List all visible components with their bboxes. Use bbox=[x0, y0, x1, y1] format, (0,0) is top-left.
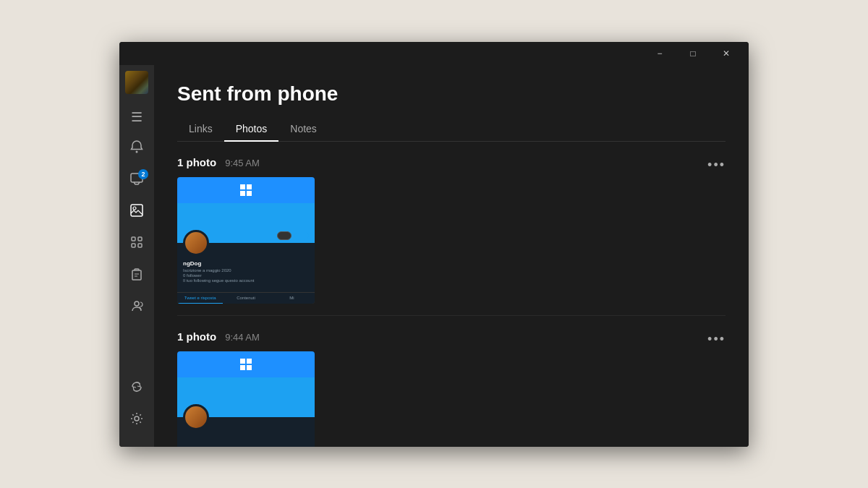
avatar-image bbox=[125, 71, 148, 94]
app-window: − □ ✕ ☰ bbox=[119, 42, 749, 447]
svg-rect-6 bbox=[132, 244, 135, 247]
windows-logo-icon-2 bbox=[240, 359, 252, 370]
svg-rect-5 bbox=[138, 237, 142, 241]
more-options-btn-2[interactable]: ••• bbox=[707, 332, 726, 347]
svg-rect-7 bbox=[138, 244, 142, 247]
svg-point-0 bbox=[136, 151, 138, 153]
sidebar-item-device[interactable] bbox=[122, 262, 151, 291]
twitter-tab-contenuti: Contenuti bbox=[223, 293, 268, 304]
svg-rect-4 bbox=[132, 237, 135, 241]
svg-rect-16 bbox=[247, 359, 252, 364]
twitter-btn-1 bbox=[277, 231, 292, 240]
photo-group-header-1: 1 photo 9:45 AM bbox=[177, 156, 726, 168]
twitter-header bbox=[177, 203, 315, 243]
sidebar-bottom bbox=[122, 374, 151, 441]
app-body: ☰ bbox=[119, 65, 749, 447]
photo-group-1: 1 photo 9:45 AM ••• bbox=[154, 142, 749, 315]
minimize-button[interactable]: − bbox=[643, 42, 676, 65]
contacts-icon bbox=[129, 299, 144, 317]
svg-rect-13 bbox=[240, 191, 245, 196]
photo-count-2: 1 photo bbox=[177, 330, 216, 343]
windows-logo-icon bbox=[240, 184, 252, 196]
svg-rect-12 bbox=[247, 184, 252, 189]
svg-rect-14 bbox=[247, 191, 252, 196]
apps-icon bbox=[129, 235, 144, 253]
more-options-btn-1[interactable]: ••• bbox=[707, 158, 726, 173]
svg-rect-11 bbox=[240, 184, 245, 189]
tab-notes[interactable]: Notes bbox=[278, 117, 328, 142]
screenshot-topbar-2 bbox=[177, 351, 315, 377]
twitter-avatar-2 bbox=[183, 404, 209, 430]
sidebar-item-messages[interactable]: 2 bbox=[122, 166, 151, 195]
maximize-button[interactable]: □ bbox=[676, 42, 710, 65]
avatar[interactable] bbox=[125, 71, 148, 94]
svg-rect-17 bbox=[240, 365, 245, 370]
twitter-tab-tweets: Tweet e risposta bbox=[177, 293, 223, 304]
sidebar-item-settings[interactable] bbox=[122, 406, 151, 435]
photo-count-1: 1 photo bbox=[177, 156, 216, 168]
photo-time-2: 9:44 AM bbox=[225, 332, 260, 343]
page-title: Sent from phone bbox=[177, 82, 726, 106]
sidebar-item-notifications[interactable] bbox=[122, 134, 151, 163]
sync-icon bbox=[129, 380, 144, 398]
main-content: Sent from phone Links Photos Notes 1 pho… bbox=[154, 65, 749, 447]
twitter-btn-2 bbox=[294, 231, 309, 240]
title-bar: − □ ✕ bbox=[119, 42, 749, 65]
photo-group-2: 1 photo 9:44 AM ••• bbox=[154, 316, 749, 447]
twitter-following-note: Il tuo following segue questo account bbox=[183, 278, 309, 283]
svg-point-9 bbox=[135, 301, 139, 306]
message-badge: 2 bbox=[138, 169, 148, 179]
twitter-buttons bbox=[277, 231, 309, 240]
twitter-header-2 bbox=[177, 377, 315, 417]
sidebar-item-menu[interactable]: ☰ bbox=[122, 103, 151, 132]
svg-rect-15 bbox=[240, 359, 245, 364]
page-header: Sent from phone Links Photos Notes bbox=[154, 65, 749, 142]
close-button[interactable]: ✕ bbox=[710, 42, 743, 65]
twitter-avatar bbox=[183, 230, 209, 256]
tabs-bar: Links Photos Notes bbox=[177, 117, 726, 142]
settings-icon bbox=[129, 411, 144, 429]
svg-point-3 bbox=[133, 207, 136, 210]
twitter-joined: Iscrizione a maggio 2020 bbox=[183, 268, 309, 273]
twitter-tabs: Tweet e risposta Contenuti Mi bbox=[177, 292, 315, 304]
photo-thumbnail-1[interactable]: ngDog Iscrizione a maggio 2020 0 followe… bbox=[177, 177, 315, 304]
sidebar: ☰ bbox=[119, 65, 154, 447]
photos-icon bbox=[129, 203, 144, 221]
sidebar-item-photos[interactable] bbox=[122, 198, 151, 227]
svg-rect-18 bbox=[247, 365, 252, 370]
photo-image-1: ngDog Iscrizione a maggio 2020 0 followe… bbox=[177, 177, 315, 304]
screenshot-topbar bbox=[177, 177, 315, 203]
twitter-username: ngDog bbox=[183, 260, 309, 267]
clipboard-icon bbox=[129, 267, 144, 285]
sidebar-item-apps[interactable] bbox=[122, 230, 151, 259]
sidebar-item-sync[interactable] bbox=[122, 374, 151, 403]
sidebar-item-contacts[interactable] bbox=[122, 294, 151, 322]
sidebar-top: ☰ bbox=[122, 71, 151, 374]
svg-point-10 bbox=[135, 416, 139, 421]
photo-group-header-2: 1 photo 9:44 AM bbox=[177, 330, 726, 343]
window-controls: − □ ✕ bbox=[643, 42, 743, 65]
svg-rect-8 bbox=[132, 270, 141, 280]
tab-photos[interactable]: Photos bbox=[224, 117, 279, 142]
hamburger-menu-icon: ☰ bbox=[131, 109, 142, 125]
twitter-tab-mi: Mi bbox=[269, 293, 315, 304]
content-area[interactable]: 1 photo 9:45 AM ••• bbox=[154, 142, 749, 447]
photo-image-2 bbox=[177, 351, 315, 447]
photo-thumbnail-2[interactable] bbox=[177, 351, 315, 447]
svg-rect-2 bbox=[131, 205, 142, 216]
tab-links[interactable]: Links bbox=[177, 117, 224, 142]
twitter-followers: 0 follower bbox=[183, 273, 309, 278]
notification-icon bbox=[129, 140, 144, 158]
photo-time-1: 9:45 AM bbox=[225, 158, 260, 168]
